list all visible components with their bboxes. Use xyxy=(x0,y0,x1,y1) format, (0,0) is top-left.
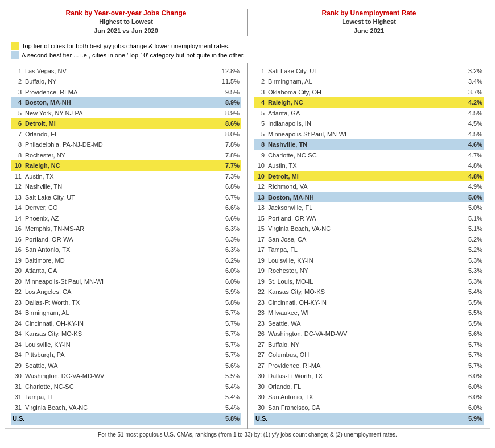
value-cell: 5.8% xyxy=(218,297,241,308)
rank-cell: 29 xyxy=(11,360,23,371)
value-cell: 5.3% xyxy=(461,266,484,276)
city-cell: Virginia Beach, VA-NC xyxy=(266,223,461,234)
city-cell: Minneapolis-St Paul, MN-WI xyxy=(23,276,218,287)
value-cell: 5.4% xyxy=(218,381,241,392)
city-cell: Kansas City, MO-KS xyxy=(266,287,461,297)
rank-cell: 23 xyxy=(11,297,23,308)
rank-cell: 3 xyxy=(254,87,266,98)
table-row: 17Tampa, FL5.2% xyxy=(254,244,484,255)
right-panel: 1Salt Lake City, UT3.2%2Birmingham, AL3.… xyxy=(248,63,490,429)
city-cell: Tampa, FL xyxy=(23,392,218,403)
table-row: 12Nashville, TN6.8% xyxy=(11,181,241,192)
rank-cell: 31 xyxy=(11,381,23,392)
rank-cell: 20 xyxy=(11,276,23,287)
footer-value: 5.8% xyxy=(218,413,241,425)
value-cell: 4.5% xyxy=(461,118,484,129)
table-row: 1Las Vegas, NV12.8% xyxy=(11,66,241,77)
legend-keys: Top tier of cities for both best y/y job… xyxy=(5,40,490,63)
rank-cell: 16 xyxy=(11,223,23,234)
footer-row: U.S.5.9% xyxy=(254,413,484,425)
rank-cell: 27 xyxy=(254,339,266,350)
rank-cell: 2 xyxy=(11,76,23,87)
rank-cell: 30 xyxy=(11,371,23,381)
table-row: 3Providence, RI-MA9.5% xyxy=(11,87,241,98)
left-header: Rank by Year-over-year Jobs Change Highe… xyxy=(11,9,241,36)
rank-cell: 24 xyxy=(11,318,23,329)
table-row: 30Dallas-Ft Worth, TX6.0% xyxy=(254,371,484,381)
table-row: 16Portland, OR-WA6.3% xyxy=(11,234,241,245)
value-cell: 5.6% xyxy=(461,329,484,339)
value-cell: 6.3% xyxy=(218,223,241,234)
table-row: 31Virginia Beach, VA-NC5.4% xyxy=(11,403,241,413)
value-cell: 6.6% xyxy=(218,213,241,224)
city-cell: Washington, DC-VA-MD-WV xyxy=(266,329,461,339)
table-row: 15Portland, OR-WA5.1% xyxy=(254,213,484,224)
rank-cell: 27 xyxy=(254,360,266,371)
table-row: 9Charlotte, NC-SC4.7% xyxy=(254,150,484,161)
table-row: 8Philadelphia, PA-NJ-DE-MD7.8% xyxy=(11,139,241,150)
city-cell: San Antonio, TX xyxy=(23,244,218,255)
city-cell: Atlanta, GA xyxy=(23,266,218,276)
city-cell: Columbus, OH xyxy=(266,350,461,360)
value-cell: 6.8% xyxy=(218,181,241,192)
city-cell: Nashville, TN xyxy=(266,139,461,150)
right-subtitle1: Lowest to Highest xyxy=(254,18,484,25)
value-cell: 5.1% xyxy=(461,223,484,234)
value-cell: 6.0% xyxy=(461,381,484,392)
city-cell: Atlanta, GA xyxy=(266,108,461,119)
value-cell: 7.8% xyxy=(218,150,241,161)
rank-cell: 30 xyxy=(254,403,266,413)
table-row: 24Cincinnati, OH-KY-IN5.7% xyxy=(11,318,241,329)
table-row: 29Seattle, WA5.6% xyxy=(11,360,241,371)
value-cell: 6.7% xyxy=(218,192,241,203)
rank-cell: 14 xyxy=(11,213,23,224)
footer-label: U.S. xyxy=(11,413,218,425)
table-row: 24Birmingham, AL5.7% xyxy=(11,308,241,318)
table-row: 31Charlotte, NC-SC5.4% xyxy=(11,381,241,392)
city-cell: Boston, MA-NH xyxy=(23,97,218,108)
city-cell: Phoenix, AZ xyxy=(23,213,218,224)
table-row: 14Phoenix, AZ6.6% xyxy=(11,213,241,224)
rank-cell: 22 xyxy=(254,287,266,297)
rank-cell: 13 xyxy=(254,202,266,213)
table-row: 19Rochester, NY5.3% xyxy=(254,266,484,276)
legend-blue-box xyxy=(11,51,19,59)
value-cell: 8.0% xyxy=(218,129,241,140)
value-cell: 5.7% xyxy=(461,360,484,371)
city-cell: Austin, TX xyxy=(266,160,461,171)
city-cell: Dallas-Ft Worth, TX xyxy=(23,297,218,308)
value-cell: 6.0% xyxy=(461,371,484,381)
city-cell: Cincinnati, OH-KY-IN xyxy=(23,318,218,329)
value-cell: 3.2% xyxy=(461,66,484,77)
value-cell: 6.3% xyxy=(218,234,241,245)
city-cell: Birmingham, AL xyxy=(266,76,461,87)
rank-cell: 27 xyxy=(254,350,266,360)
city-cell: Louisville, KY-IN xyxy=(23,339,218,350)
table-row: 17San Jose, CA5.2% xyxy=(254,234,484,245)
rank-cell: 23 xyxy=(254,297,266,308)
rank-cell: 17 xyxy=(254,244,266,255)
city-cell: Charlotte, NC-SC xyxy=(266,150,461,161)
city-cell: Kansas City, MO-KS xyxy=(23,329,218,339)
table-row: 23Dallas-Ft Worth, TX5.8% xyxy=(11,297,241,308)
city-cell: San Jose, CA xyxy=(266,234,461,245)
table-row: 8Rochester, NY7.8% xyxy=(11,150,241,161)
footer-row: U.S.5.8% xyxy=(11,413,241,425)
rank-cell: 22 xyxy=(11,287,23,297)
value-cell: 5.7% xyxy=(461,350,484,360)
table-row: 14Denver, CO6.6% xyxy=(11,202,241,213)
table-row: 16Memphis, TN-MS-AR6.3% xyxy=(11,223,241,234)
value-cell: 4.7% xyxy=(461,150,484,161)
table-row: 3Oklahoma City, OH3.7% xyxy=(254,87,484,98)
table-row: 5New York, NY-NJ-PA8.9% xyxy=(11,108,241,119)
footer-label: U.S. xyxy=(254,413,461,425)
city-cell: Denver, CO xyxy=(23,202,218,213)
city-cell: Birmingham, AL xyxy=(23,308,218,318)
value-cell: 5.0% xyxy=(461,192,484,203)
city-cell: Orlando, FL xyxy=(266,381,461,392)
table-row: 13Boston, MA-NH5.0% xyxy=(254,192,484,203)
table-row: 5Minneapolis-St Paul, MN-WI4.5% xyxy=(254,129,484,140)
rank-cell: 31 xyxy=(11,403,23,413)
value-cell: 4.8% xyxy=(461,160,484,171)
value-cell: 8.9% xyxy=(218,108,241,119)
